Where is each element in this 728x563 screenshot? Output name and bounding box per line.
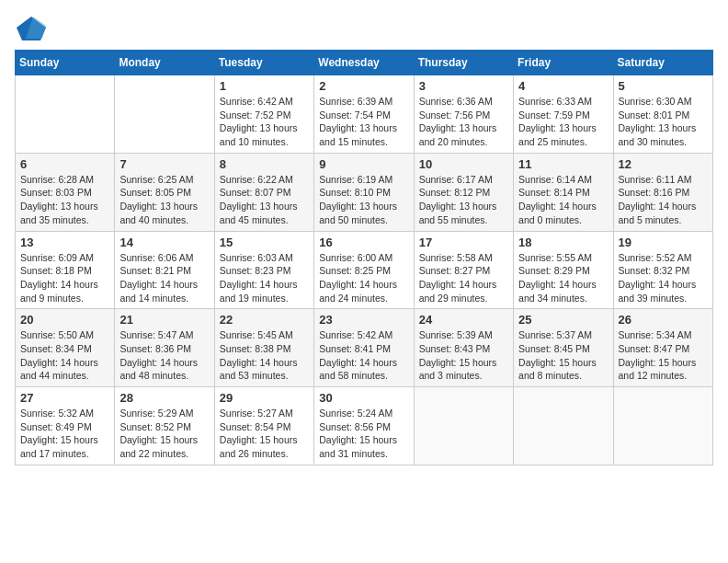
day-number: 8 [220, 157, 309, 171]
day-info: Sunrise: 6:22 AM Sunset: 8:07 PM Dayligh… [220, 173, 309, 227]
calendar-cell: 17Sunrise: 5:58 AM Sunset: 8:27 PM Dayli… [414, 231, 513, 309]
calendar-cell: 15Sunrise: 6:03 AM Sunset: 8:23 PM Dayli… [214, 231, 313, 309]
day-info: Sunrise: 6:11 AM Sunset: 8:16 PM Dayligh… [619, 173, 708, 227]
day-info: Sunrise: 5:50 AM Sunset: 8:34 PM Dayligh… [20, 328, 109, 383]
day-info: Sunrise: 5:47 AM Sunset: 8:36 PM Dayligh… [119, 328, 209, 383]
day-info: Sunrise: 6:09 AM Sunset: 8:18 PM Dayligh… [20, 251, 109, 305]
calendar-cell: 28Sunrise: 5:29 AM Sunset: 8:52 PM Dayli… [115, 387, 214, 465]
day-number: 16 [319, 236, 408, 249]
day-number: 2 [319, 79, 408, 93]
day-info: Sunrise: 5:45 AM Sunset: 8:38 PM Dayligh… [220, 328, 309, 383]
calendar-cell [414, 387, 513, 465]
calendar-table: SundayMondayTuesdayWednesdayThursdayFrid… [15, 50, 713, 465]
day-info: Sunrise: 6:14 AM Sunset: 8:14 PM Dayligh… [518, 173, 608, 227]
page-header [15, 15, 713, 42]
day-number: 20 [20, 313, 109, 327]
day-info: Sunrise: 6:19 AM Sunset: 8:10 PM Dayligh… [319, 173, 408, 227]
day-number: 7 [119, 157, 209, 171]
day-number: 18 [518, 236, 608, 249]
day-header-saturday: Saturday [613, 51, 712, 75]
day-info: Sunrise: 5:58 AM Sunset: 8:27 PM Dayligh… [419, 251, 508, 305]
day-info: Sunrise: 6:33 AM Sunset: 7:59 PM Dayligh… [518, 95, 608, 149]
logo-icon [15, 15, 48, 42]
day-number: 10 [419, 157, 508, 171]
day-number: 29 [220, 391, 309, 405]
calendar-cell: 13Sunrise: 6:09 AM Sunset: 8:18 PM Dayli… [16, 231, 115, 309]
calendar-cell: 1Sunrise: 6:42 AM Sunset: 7:52 PM Daylig… [214, 75, 313, 154]
day-number: 21 [119, 313, 209, 327]
day-number: 13 [20, 236, 109, 249]
day-number: 30 [319, 391, 408, 405]
day-number: 4 [518, 79, 608, 93]
day-number: 14 [119, 236, 209, 249]
calendar-cell: 11Sunrise: 6:14 AM Sunset: 8:14 PM Dayli… [514, 153, 613, 231]
day-number: 11 [518, 157, 608, 171]
calendar-cell: 3Sunrise: 6:36 AM Sunset: 7:56 PM Daylig… [414, 75, 513, 154]
day-number: 6 [20, 157, 109, 171]
calendar-cell: 4Sunrise: 6:33 AM Sunset: 7:59 PM Daylig… [514, 75, 613, 154]
day-number: 15 [220, 236, 309, 249]
calendar-cell: 9Sunrise: 6:19 AM Sunset: 8:10 PM Daylig… [314, 153, 414, 231]
day-info: Sunrise: 6:39 AM Sunset: 7:54 PM Dayligh… [319, 95, 408, 149]
day-header-thursday: Thursday [414, 51, 513, 75]
day-info: Sunrise: 6:06 AM Sunset: 8:21 PM Dayligh… [119, 251, 209, 305]
calendar-cell: 29Sunrise: 5:27 AM Sunset: 8:54 PM Dayli… [214, 387, 313, 465]
day-info: Sunrise: 5:24 AM Sunset: 8:56 PM Dayligh… [319, 407, 408, 461]
day-number: 23 [319, 313, 408, 327]
day-number: 22 [220, 313, 309, 327]
calendar-cell: 2Sunrise: 6:39 AM Sunset: 7:54 PM Daylig… [314, 75, 414, 154]
day-number: 28 [119, 391, 209, 405]
calendar-cell [613, 387, 712, 465]
day-number: 24 [419, 313, 508, 327]
day-info: Sunrise: 5:27 AM Sunset: 8:54 PM Dayligh… [220, 407, 309, 461]
calendar-cell: 30Sunrise: 5:24 AM Sunset: 8:56 PM Dayli… [314, 387, 414, 465]
day-info: Sunrise: 6:42 AM Sunset: 7:52 PM Dayligh… [220, 95, 309, 149]
day-info: Sunrise: 5:42 AM Sunset: 8:41 PM Dayligh… [319, 328, 408, 383]
day-header-monday: Monday [115, 51, 214, 75]
day-header-wednesday: Wednesday [314, 51, 414, 75]
calendar-cell: 21Sunrise: 5:47 AM Sunset: 8:36 PM Dayli… [115, 309, 214, 387]
day-number: 1 [220, 79, 309, 93]
day-info: Sunrise: 6:17 AM Sunset: 8:12 PM Dayligh… [419, 173, 508, 227]
calendar-cell: 7Sunrise: 6:25 AM Sunset: 8:05 PM Daylig… [115, 153, 214, 231]
day-number: 27 [20, 391, 109, 405]
calendar-cell [514, 387, 613, 465]
day-number: 17 [419, 236, 508, 249]
day-info: Sunrise: 5:29 AM Sunset: 8:52 PM Dayligh… [119, 407, 209, 461]
calendar-cell: 27Sunrise: 5:32 AM Sunset: 8:49 PM Dayli… [16, 387, 115, 465]
calendar-cell [16, 75, 115, 154]
day-info: Sunrise: 5:32 AM Sunset: 8:49 PM Dayligh… [20, 407, 109, 461]
day-info: Sunrise: 5:37 AM Sunset: 8:45 PM Dayligh… [518, 328, 608, 383]
calendar-cell: 19Sunrise: 5:52 AM Sunset: 8:32 PM Dayli… [613, 231, 712, 309]
calendar-cell: 12Sunrise: 6:11 AM Sunset: 8:16 PM Dayli… [613, 153, 712, 231]
calendar-cell: 5Sunrise: 6:30 AM Sunset: 8:01 PM Daylig… [613, 75, 712, 154]
calendar-cell: 18Sunrise: 5:55 AM Sunset: 8:29 PM Dayli… [514, 231, 613, 309]
calendar-cell: 16Sunrise: 6:00 AM Sunset: 8:25 PM Dayli… [314, 231, 414, 309]
day-info: Sunrise: 5:39 AM Sunset: 8:43 PM Dayligh… [419, 328, 508, 383]
day-info: Sunrise: 6:25 AM Sunset: 8:05 PM Dayligh… [119, 173, 209, 227]
day-info: Sunrise: 6:00 AM Sunset: 8:25 PM Dayligh… [319, 251, 408, 305]
calendar-cell: 10Sunrise: 6:17 AM Sunset: 8:12 PM Dayli… [414, 153, 513, 231]
day-number: 26 [619, 313, 708, 327]
calendar-cell [115, 75, 214, 154]
calendar-cell: 23Sunrise: 5:42 AM Sunset: 8:41 PM Dayli… [314, 309, 414, 387]
day-number: 25 [518, 313, 608, 327]
calendar-cell: 8Sunrise: 6:22 AM Sunset: 8:07 PM Daylig… [214, 153, 313, 231]
day-number: 3 [419, 79, 508, 93]
calendar-cell: 20Sunrise: 5:50 AM Sunset: 8:34 PM Dayli… [16, 309, 115, 387]
day-number: 9 [319, 157, 408, 171]
calendar-cell: 22Sunrise: 5:45 AM Sunset: 8:38 PM Dayli… [214, 309, 313, 387]
day-header-sunday: Sunday [16, 51, 115, 75]
day-info: Sunrise: 5:55 AM Sunset: 8:29 PM Dayligh… [518, 251, 608, 305]
day-header-friday: Friday [514, 51, 613, 75]
day-info: Sunrise: 5:52 AM Sunset: 8:32 PM Dayligh… [619, 251, 708, 305]
calendar-cell: 14Sunrise: 6:06 AM Sunset: 8:21 PM Dayli… [115, 231, 214, 309]
day-number: 19 [619, 236, 708, 249]
day-info: Sunrise: 6:36 AM Sunset: 7:56 PM Dayligh… [419, 95, 508, 149]
day-number: 12 [619, 157, 708, 171]
calendar-cell: 6Sunrise: 6:28 AM Sunset: 8:03 PM Daylig… [16, 153, 115, 231]
day-number: 5 [619, 79, 708, 93]
day-info: Sunrise: 5:34 AM Sunset: 8:47 PM Dayligh… [619, 328, 708, 383]
day-info: Sunrise: 6:03 AM Sunset: 8:23 PM Dayligh… [220, 251, 309, 305]
day-header-tuesday: Tuesday [214, 51, 313, 75]
